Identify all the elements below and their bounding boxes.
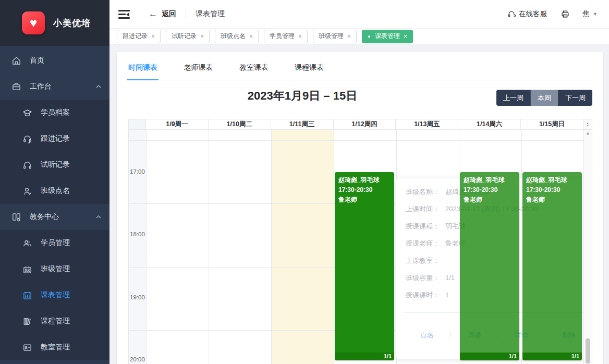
time-column <box>129 130 146 364</box>
view-tabs: 时间课表 老师课表 教室课表 课程课表 <box>127 60 592 80</box>
tag-student-mgmt[interactable]: 学员管理 × <box>264 30 308 43</box>
people-icon <box>22 238 32 248</box>
current-week-button[interactable]: 本周 <box>531 90 558 106</box>
scroll-up-icon[interactable]: ▲ <box>584 130 592 137</box>
back-arrow-icon: ← <box>149 9 157 19</box>
chevron-up-icon[interactable] <box>96 215 100 219</box>
day-column-tue[interactable] <box>209 130 271 364</box>
calendar-scrollbar[interactable]: ▲ <box>583 130 592 364</box>
close-icon[interactable]: × <box>404 33 407 40</box>
open-tabs-bar: 跟进记录 × 试听记录 × 班级点名 × 学员管理 × 班级管理 × ● 课表管… <box>109 29 609 44</box>
day-column-wed[interactable] <box>271 130 334 364</box>
sidebar-item-schedule-mgmt[interactable]: 课表管理 <box>0 282 109 308</box>
sidebar-item-label: 学员管理 <box>41 238 70 248</box>
event-saturday[interactable]: 赵琦彪_羽毛球 17:30-20:30 鲁老师 1/1 <box>460 172 519 360</box>
tag-schedule-mgmt-active[interactable]: ● 课表管理 × <box>362 30 413 43</box>
day-column-mon[interactable] <box>146 130 209 364</box>
sidebar-item-label: 班级点名 <box>41 186 70 196</box>
tag-class-rollcall[interactable]: 班级点名 × <box>215 30 259 43</box>
whiteboard-icon <box>22 343 32 353</box>
day-header-wed: 1/11周三 <box>271 119 334 129</box>
sidebar-item-label: 课程管理 <box>41 317 70 326</box>
sidebar-collapse-icon[interactable] <box>118 9 130 19</box>
sidebar-item-follow-records[interactable]: 跟进记录 <box>0 126 109 152</box>
event-sunday[interactable]: 赵琦彪_羽毛球 17:30-20:30 鲁老师 1/1 <box>522 172 582 360</box>
tag-class-mgmt[interactable]: 班级管理 × <box>313 30 357 43</box>
tab-course-schedule[interactable]: 课程课表 <box>294 60 325 79</box>
event-capacity-badge: 1/1 <box>335 353 394 360</box>
event-time: 17:30-20:30 <box>526 185 578 195</box>
grid-line <box>146 130 147 364</box>
home-icon <box>11 56 21 66</box>
tab-teacher-schedule[interactable]: 老师课表 <box>182 60 214 79</box>
topbar: ← 返回 课表管理 在线客服 焦 ▼ <box>109 0 609 29</box>
scroll-down-icon: ▼ <box>586 125 589 127</box>
username: 焦 <box>582 9 590 19</box>
class-group-icon <box>22 264 32 274</box>
briefcase-icon <box>11 82 21 92</box>
person-check-icon <box>22 186 32 196</box>
tab-classroom-schedule[interactable]: 教室课表 <box>238 60 270 79</box>
rollcall-button[interactable]: 点名 <box>420 331 434 340</box>
header-spinner[interactable]: ▲ ▼ <box>583 119 592 129</box>
sidebar-item-class-mgmt[interactable]: 班级管理 <box>0 256 109 282</box>
logo-area: ♥ 小美优培 <box>0 0 109 46</box>
sidebar-item-home[interactable]: 首页 <box>0 47 109 74</box>
headphones-icon <box>22 160 32 170</box>
event-teacher: 鲁老师 <box>526 195 578 205</box>
workbench-submenu: 学员档案 跟进记录 试听记录 <box>0 100 109 204</box>
tag-trial-records[interactable]: 试听记录 × <box>166 30 210 43</box>
close-icon[interactable]: × <box>298 33 302 40</box>
chevron-up-icon[interactable] <box>96 84 100 89</box>
day-header-mon: 1/9周一 <box>146 119 209 129</box>
heart-icon: ♥ <box>30 17 37 29</box>
schedule-card: 时间课表 老师课表 教室课表 课程课表 2023年1月9日 – 15日 上一周 … <box>117 52 603 364</box>
back-button[interactable]: ← 返回 <box>149 9 176 19</box>
close-icon[interactable]: × <box>249 33 253 40</box>
close-icon[interactable]: × <box>151 33 155 40</box>
calendar-body: 17:00 18:00 19:00 20:00 班级名称：赵琦彪_羽毛球 上课时… <box>129 130 592 364</box>
sidebar-item-academic-center[interactable]: 教务中心 <box>0 204 109 230</box>
academic-submenu: 学员管理 班级管理 课表管理 <box>0 230 109 360</box>
sidebar-item-trial-records[interactable]: 试听记录 <box>0 152 109 178</box>
scrollbar-thumb[interactable] <box>586 338 590 363</box>
breadcrumb: 课表管理 <box>196 9 225 19</box>
app-logo: ♥ <box>22 11 45 34</box>
day-header-thu: 1/12周四 <box>334 119 396 129</box>
event-thursday[interactable]: 赵琦彪_羽毛球 17:30-20:30 鲁老师 1/1 <box>335 172 394 360</box>
event-time: 17:30-20:30 <box>338 185 391 195</box>
sidebar-item-student-mgmt[interactable]: 学员管理 <box>0 230 109 256</box>
sidebar-item-label: 学员档案 <box>41 108 70 117</box>
headset-mic-icon <box>22 134 32 144</box>
prev-week-button[interactable]: 上一周 <box>496 90 531 106</box>
sidebar-item-label: 跟进记录 <box>41 134 70 143</box>
event-teacher: 鲁老师 <box>464 195 516 205</box>
capacity-value: 1/1 <box>445 274 455 282</box>
app-root: ♥ 小美优培 首页 工作台 <box>0 0 609 364</box>
close-icon[interactable]: × <box>200 33 204 40</box>
sidebar-item-label: 试听记录 <box>41 160 70 169</box>
sidebar-item-class-rollcall[interactable]: 班级点名 <box>0 178 109 204</box>
tab-time-schedule[interactable]: 时间课表 <box>127 60 159 80</box>
sidebar-item-label: 工作台 <box>30 82 52 91</box>
hours-value: 1 <box>445 291 449 299</box>
calendar-header: 1/9周一 1/10周二 1/11周三 1/12周四 1/13周五 1/14周六… <box>129 119 592 130</box>
sidebar-item-student-archive[interactable]: 学员档案 <box>0 100 109 126</box>
sidebar-item-course-mgmt[interactable]: 课程管理 <box>0 308 109 334</box>
sidebar-item-label: 课表管理 <box>41 290 70 300</box>
print-button[interactable] <box>561 9 570 19</box>
panels-gear-icon <box>11 212 21 222</box>
day-header-fri: 1/13周五 <box>396 119 458 129</box>
topbar-right: 在线客服 焦 ▼ <box>507 9 609 19</box>
sidebar-item-classroom-mgmt[interactable]: 教室管理 <box>0 334 109 360</box>
time-label: 17:00 <box>129 168 146 175</box>
main-content: 时间课表 老师课表 教室课表 课程课表 2023年1月9日 – 15日 上一周 … <box>109 44 609 364</box>
online-service-button[interactable]: 在线客服 <box>507 9 547 19</box>
tag-follow-records[interactable]: 跟进记录 × <box>117 30 161 43</box>
user-menu[interactable]: 焦 ▼ <box>582 9 598 19</box>
sidebar-item-workbench[interactable]: 工作台 <box>0 74 109 100</box>
event-title: 赵琦彪_羽毛球 <box>464 175 516 185</box>
close-icon[interactable]: × <box>347 33 351 40</box>
time-label: 20:00 <box>129 356 146 362</box>
next-week-button[interactable]: 下一周 <box>558 90 592 106</box>
